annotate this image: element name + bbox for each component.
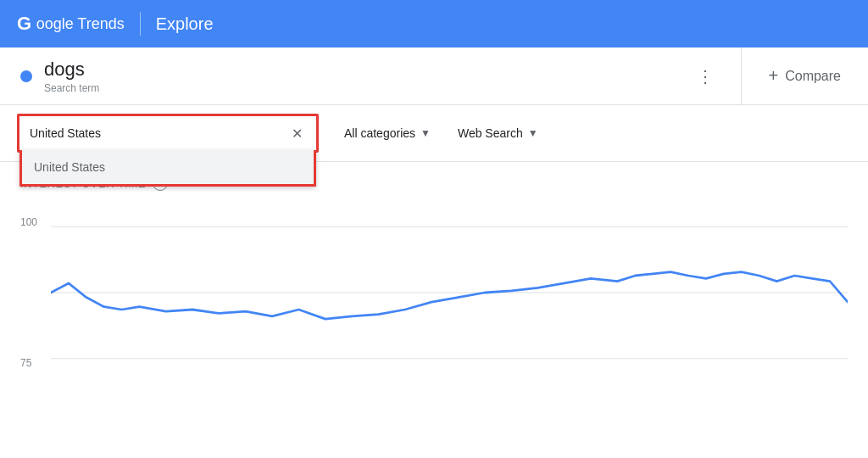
logo: G oogle Trends xyxy=(17,13,125,35)
dots-icon xyxy=(697,66,714,87)
compare-label: Compare xyxy=(785,69,841,84)
chart-label-100: 100 xyxy=(20,216,37,228)
region-filter-wrapper: United States ✕ United States xyxy=(17,114,319,153)
region-clear-button[interactable]: ✕ xyxy=(288,126,306,142)
search-type-label: Web Search xyxy=(458,126,523,140)
filters-row: United States ✕ United States All catego… xyxy=(0,105,868,162)
categories-arrow-icon: ▼ xyxy=(420,127,431,139)
search-row: dogs Search term + Compare xyxy=(0,47,868,105)
trend-line xyxy=(51,272,848,320)
region-filter-input[interactable]: United States ✕ xyxy=(19,116,316,150)
categories-label: All categories xyxy=(344,126,415,140)
compare-plus-icon: + xyxy=(769,66,779,86)
search-term-name: dogs xyxy=(44,59,99,81)
region-input-text: United States xyxy=(30,126,288,140)
logo-text: oogle Trends xyxy=(36,15,125,33)
search-term-type: Search term xyxy=(44,82,99,94)
chart-label-75: 75 xyxy=(20,357,37,369)
search-type-arrow-icon: ▼ xyxy=(528,127,538,139)
categories-dropdown[interactable]: All categories ▼ xyxy=(336,116,439,150)
logo-g: G xyxy=(17,13,31,35)
compare-button[interactable]: + Compare xyxy=(742,47,869,104)
region-dropdown: United States xyxy=(19,150,316,187)
trend-chart xyxy=(51,208,848,377)
chart-y-labels: 100 75 xyxy=(20,208,37,377)
search-type-dropdown[interactable]: Web Search ▼ xyxy=(449,116,547,150)
header-divider xyxy=(140,12,141,36)
explore-label: Explore xyxy=(156,14,214,34)
search-term-text: dogs Search term xyxy=(44,59,99,94)
clear-icon: ✕ xyxy=(292,126,303,142)
chart-svg-wrapper xyxy=(51,208,848,377)
region-suggestion-item[interactable]: United States xyxy=(22,150,314,184)
search-term-box: dogs Search term xyxy=(0,47,742,104)
search-term-dot xyxy=(20,70,32,82)
more-options-button[interactable] xyxy=(690,59,721,93)
app-header: G oogle Trends Explore xyxy=(0,0,868,47)
chart-area: 100 75 xyxy=(0,208,868,377)
